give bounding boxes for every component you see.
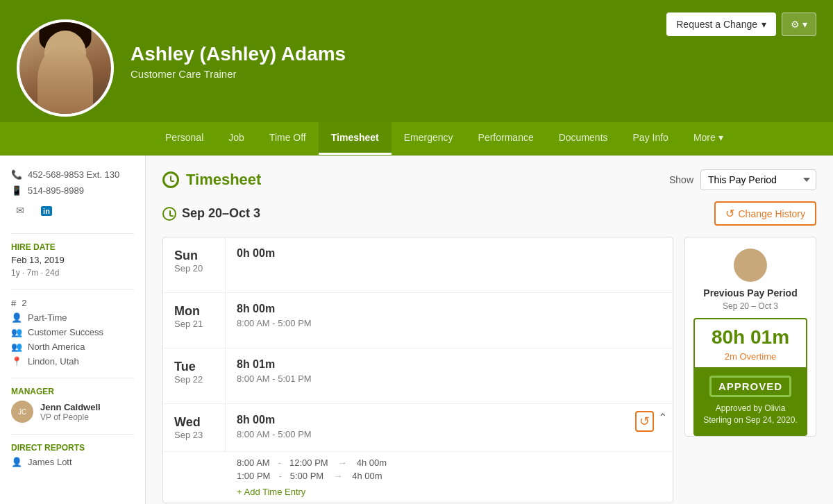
day-date: Sep 20 [174,263,214,274]
entry2-start: 1:00 PM [237,471,270,481]
email-icon[interactable] [11,201,29,219]
employee-number: 2 [22,298,26,308]
prev-period-approved-box: APPROVED Approved by Olivia Sterling on … [695,367,806,435]
ppc-avatar-area [685,237,816,287]
arrow-sep: → [333,471,342,481]
tab-documents[interactable]: Documents [546,122,621,155]
timesheet-days: Sun Sep 20 0h 00m Mon Sep 21 8h 00m [162,237,673,503]
gear-button[interactable]: ⚙ ▾ [782,12,816,36]
sidebar-employment-type: Part-Time [11,312,134,323]
day-date: Sep 21 [174,319,214,329]
day-content-mon: 8h 00m 8:00 AM - 5:00 PM [226,293,673,348]
sidebar-employee-number: 2 [11,298,134,308]
table-row: Tue Sep 22 8h 01m 8:00 AM - 5:01 PM [163,348,673,404]
show-period-select[interactable]: This Pay Period Previous Pay Period Cust… [700,169,816,190]
direct-reports-label: Direct Reports [11,443,134,453]
direct-person-icon [11,457,22,467]
more-arrow-icon: ▾ [718,132,723,143]
table-row: Mon Sep 21 8h 00m 8:00 AM - 5:00 PM [163,293,673,348]
manager-name: Jenn Caldwell [40,402,101,412]
day-name: Tue [174,360,214,374]
tab-emergency[interactable]: Emergency [392,122,466,155]
entry2-duration: 4h 00m [352,471,382,481]
prev-period-card: Previous Pay Period Sep 20 – Oct 3 80h 0… [684,237,816,437]
manager-label: Manager [11,387,134,396]
divider-3 [11,378,134,378]
prev-period-title: Previous Pay Period [685,287,816,299]
timesheet-clock-icon [162,171,179,188]
location: Lindon, Utah [28,356,79,367]
day-total: 8h 01m [237,358,662,371]
employment-type: Part-Time [28,312,67,323]
wed-refresh-icon[interactable]: ↺ [635,411,654,432]
entry1-end: 12:00 PM [289,457,328,468]
linkedin-icon[interactable] [37,201,56,219]
tab-job[interactable]: Job [216,122,257,155]
show-label: Show [669,174,693,185]
time-seg-1: 8:00 AM - 12:00 PM → 4h 00m [237,457,387,468]
day-hours: 8:00 AM - 5:00 PM [237,318,662,328]
request-change-button[interactable]: Request a Change ▾ [666,12,776,36]
day-label-mon: Mon Sep 21 [163,293,226,348]
sidebar-mobile: 514-895-8989 [11,185,134,196]
tab-more[interactable]: More ▾ [681,122,736,155]
main-layout: 452-568-9853 Ext. 130 514-895-8989 Hire … [0,156,833,504]
hash-icon [11,298,16,308]
dash-sep: - [278,471,281,481]
header-info: Ashley (Ashley) Adams Customer Care Trai… [131,43,816,80]
tab-timeoff[interactable]: Time Off [257,122,319,155]
divider-2 [11,289,134,289]
map-icon [11,356,22,367]
employee-title: Customer Care Trainer [131,68,816,80]
group-icon [11,327,22,337]
timesheet-header: Timesheet Show This Pay Period Previous … [162,169,816,190]
page-header: Ashley (Ashley) Adams Customer Care Trai… [0,0,833,122]
day-total: 8h 00m [237,303,662,315]
mail-icon-glyph [16,205,24,216]
previous-period-panel: Previous Pay Period Sep 20 – Oct 3 80h 0… [684,237,816,503]
add-time-entry-link[interactable]: + Add Time Entry [237,487,305,497]
sidebar-manager-section: Manager JC Jenn Caldwell VP of People [11,387,134,423]
mobile-number: 514-895-8989 [28,185,84,196]
day-total: 8h 00m [237,414,619,426]
entry2-end: 5:00 PM [290,471,323,481]
prev-period-dates: Sep 20 – Oct 3 [685,301,816,311]
person-icon [11,312,22,323]
gear-dropdown-arrow-icon: ▾ [802,19,807,30]
tab-timesheet[interactable]: Timesheet [319,122,392,155]
day-date: Sep 23 [174,430,214,440]
timesheet-title: Timesheet [186,171,261,189]
nav-tabs: Personal Job Time Off Timesheet Emergenc… [0,122,833,156]
tab-personal[interactable]: Personal [153,122,216,155]
hire-duration: 1y · 7m · 24d [11,268,134,278]
approved-badge: APPROVED [709,376,791,397]
tab-performance[interactable]: Performance [466,122,546,155]
manager-role: VP of People [40,412,101,422]
change-history-label: Change History [739,208,806,219]
sidebar-contact-icons [11,201,134,219]
timesheet-title-row: Timesheet [162,171,261,189]
gear-icon: ⚙ [791,19,800,30]
direct-report-name: James Lott [28,457,72,467]
ppc-avatar-image [734,249,767,282]
dash-sep: - [278,457,281,468]
list-item: 8:00 AM - 12:00 PM → 4h 00m [237,457,662,468]
content-area: Timesheet Show This Pay Period Previous … [146,156,833,504]
day-name: Wed [174,415,214,430]
day-name: Sun [174,249,214,263]
sidebar-hire-date-section: Hire Date Feb 13, 2019 1y · 7m · 24d [11,242,134,278]
tab-payinfo[interactable]: Pay Info [621,122,681,155]
change-history-button[interactable]: ↺ Change History [714,201,817,226]
day-date: Sep 22 [174,374,214,385]
sidebar: 452-568-9853 Ext. 130 514-895-8989 Hire … [0,156,146,504]
wed-expanded-details: 8:00 AM - 12:00 PM → 4h 00m 1:00 PM - [163,451,673,503]
wed-day-main: Wed Sep 23 8h 00m 8:00 AM - 5:00 PM ↺ ⌃ [163,404,673,451]
day-content-sun: 0h 00m [226,237,673,292]
wed-collapse-icon[interactable]: ⌃ [658,411,667,424]
sidebar-phone: 452-568-9853 Ext. 130 [11,169,134,180]
manager-avatar: JC [11,401,33,423]
table-row: Sun Sep 20 0h 00m [163,237,673,293]
prev-period-hours-box: 80h 01m 2m Overtime APPROVED Approved by… [693,318,807,436]
day-label-wed: Wed Sep 23 [163,404,226,451]
period-label: Sep 20–Oct 3 [182,206,260,221]
